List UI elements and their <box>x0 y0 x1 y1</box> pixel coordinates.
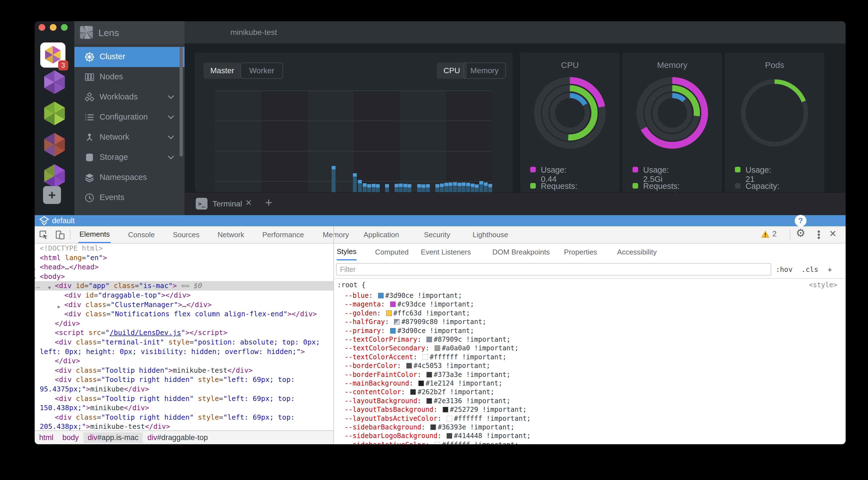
styles-tab-dom-breakpoints[interactable]: DOM Breakpoints <box>492 244 550 261</box>
tab-console[interactable]: Console <box>127 226 156 243</box>
styles-tab-event-listeners[interactable]: Event Listeners <box>421 244 471 261</box>
color-swatch[interactable] <box>427 372 432 377</box>
color-swatch[interactable] <box>443 407 448 412</box>
more-options-icon[interactable] <box>818 230 820 240</box>
settings-gear-icon[interactable]: ⚙ <box>796 227 805 239</box>
css-property-row[interactable]: --sidebarActiveColor: #ffffff !important… <box>344 441 519 444</box>
dom-tree-row[interactable]: <div class="Tooltip right hidden" style=… <box>35 394 333 404</box>
css-property-row[interactable]: --textColorPrimary: #87909c !important; <box>344 336 510 343</box>
device-toolbar-icon[interactable] <box>55 230 65 240</box>
breadcrumb-item[interactable]: div#draggable-top <box>143 432 212 443</box>
styles-tab-computed[interactable]: Computed <box>375 244 408 261</box>
console-warnings[interactable]: 2 <box>761 230 777 238</box>
inspect-element-icon[interactable] <box>39 230 49 240</box>
styles-tab-properties[interactable]: Properties <box>564 244 597 261</box>
style-source-link[interactable]: <style> <box>809 281 837 289</box>
dom-tree-row[interactable]: <div class="Notifications flex column al… <box>35 309 333 319</box>
css-property-row[interactable]: --layoutBackground: #2e3136 !important; <box>344 397 510 405</box>
add-cluster-button[interactable]: + <box>43 186 61 204</box>
dom-tree-row[interactable]: 150.438px;">minikube</div> <box>35 403 333 413</box>
tab-elements[interactable]: Elements <box>78 226 111 243</box>
node-tab-master[interactable]: Master <box>204 63 241 79</box>
css-property-row[interactable]: --sidebarLogoBackground: #414448 !import… <box>344 432 531 440</box>
sidebar-item-configuration[interactable]: Configuration <box>74 107 185 127</box>
sidebar-item-network[interactable]: Network <box>74 127 185 147</box>
node-tab-worker[interactable]: Worker <box>241 63 283 79</box>
tab-security[interactable]: Security <box>423 226 451 243</box>
css-rules[interactable]: :root { <style> --blue: #3d90ce !importa… <box>334 279 846 444</box>
sidebar-item-storage[interactable]: Storage <box>74 147 185 168</box>
sidebar-item-namespaces[interactable]: Namespaces <box>74 168 185 188</box>
css-property-row[interactable]: --golden: #ffc63d !important; <box>344 309 470 317</box>
color-swatch[interactable] <box>390 328 396 334</box>
styles-toggle-hov[interactable]: :hov <box>776 266 793 274</box>
css-property-row[interactable]: --borderFaintColor: #373a3e !important; <box>344 371 510 379</box>
dom-tree-row[interactable]: <div class="Tooltip hidden">minikube-tes… <box>35 366 333 375</box>
css-property-row[interactable]: --magenta: #c93dce !important; <box>344 300 474 308</box>
css-property-row[interactable]: --blue: #3d90ce !important; <box>344 292 462 300</box>
css-property-row[interactable]: --textColorAccent: #ffffff !important; <box>344 353 506 361</box>
close-terminal-tab-icon[interactable]: × <box>246 197 252 209</box>
help-icon[interactable]: ? <box>795 215 806 227</box>
sidebar-item-events[interactable]: Events <box>74 188 185 208</box>
css-property-row[interactable]: --layoutTabsActiveColor: #ffffff !import… <box>344 415 531 422</box>
dom-tree-row[interactable]: 205.438px;">minikube-test</div> <box>35 422 333 430</box>
dom-tree-row[interactable]: <!DOCTYPE html> <box>35 244 333 253</box>
dom-tree-row[interactable]: …▼<div id="app" class="is-mac"> == $0 <box>35 281 333 290</box>
styles-tab-accessibility[interactable]: Accessibility <box>617 244 657 261</box>
color-swatch[interactable] <box>435 442 440 444</box>
css-property-row[interactable]: --borderColor: #4c5053 !important; <box>344 362 490 370</box>
close-window-button[interactable] <box>39 24 45 31</box>
dom-tree-row[interactable]: </div> <box>35 356 333 366</box>
color-swatch[interactable] <box>406 363 412 369</box>
cluster-icon[interactable] <box>42 101 67 128</box>
dom-tree-row[interactable]: left: 0px; height: 0px; visibility: hidd… <box>35 347 333 356</box>
active-cluster-icon[interactable]: 3 <box>40 42 65 68</box>
dom-tree-row[interactable]: ▼<body> <box>35 272 333 281</box>
color-swatch[interactable] <box>435 345 440 351</box>
color-swatch[interactable] <box>378 293 384 298</box>
sidebar-item-cluster[interactable]: Cluster <box>74 47 185 67</box>
dom-tree-row[interactable]: <div class="terminal-init" style="positi… <box>35 338 333 347</box>
dom-tree-row[interactable]: <div id="draggable-top"></div> <box>35 290 333 300</box>
maximize-window-button[interactable] <box>61 24 68 31</box>
dom-tree-row[interactable]: 95.4375px;">minikube</div> <box>35 384 333 394</box>
css-property-row[interactable]: --primary: #3d90ce !important; <box>344 327 474 335</box>
color-swatch[interactable] <box>427 337 432 342</box>
elements-tree[interactable]: <!DOCTYPE html><html lang="en">▶<head>…<… <box>35 244 333 430</box>
tab-lighthouse[interactable]: Lighthouse <box>471 226 509 243</box>
color-swatch[interactable] <box>423 354 428 360</box>
tab-performance[interactable]: Performance <box>261 226 305 243</box>
breadcrumb-item[interactable]: body <box>58 432 83 443</box>
color-swatch[interactable] <box>386 310 392 316</box>
breadcrumb-item[interactable]: html <box>35 432 58 443</box>
tab-network[interactable]: Network <box>216 226 245 243</box>
styles-toggle-[interactable]: + <box>828 266 832 274</box>
metric-tab-memory[interactable]: Memory <box>463 63 506 79</box>
color-swatch[interactable] <box>446 433 452 439</box>
dom-tree-row[interactable]: ▶<head>…</head> <box>35 262 333 272</box>
css-property-row[interactable]: --sidebarBackground: #36393e !important; <box>344 423 515 431</box>
css-property-row[interactable]: --halfGray: #87909c80 !important; <box>344 318 486 326</box>
css-property-row[interactable]: --contentColor: #262b2f !important; <box>344 388 494 396</box>
close-devtools-icon[interactable]: × <box>829 227 836 240</box>
color-swatch[interactable] <box>430 424 436 430</box>
dom-tree-row[interactable]: </div> <box>35 319 333 328</box>
color-swatch[interactable] <box>410 389 416 395</box>
color-swatch[interactable] <box>427 398 432 404</box>
style-filter-input[interactable] <box>336 263 771 275</box>
sidebar-scrollbar[interactable] <box>180 47 183 157</box>
dom-tree-row[interactable]: ▶<div class="ClusterManager">…</div> <box>35 300 333 310</box>
new-terminal-tab-icon[interactable]: + <box>265 196 272 210</box>
breadcrumb-item[interactable]: div#app.is-mac <box>83 432 143 443</box>
css-property-row[interactable]: --layoutTabsBackground: #252729 !importa… <box>344 406 527 413</box>
minimize-window-button[interactable] <box>50 24 57 31</box>
cluster-icon[interactable] <box>42 70 67 97</box>
css-property-row[interactable]: --textColorSecondary: #a0a0a0 !important… <box>344 344 519 352</box>
tab-sources[interactable]: Sources <box>172 226 200 243</box>
color-swatch[interactable] <box>418 381 424 386</box>
dom-tree-row[interactable]: <script src="/build/LensDev.js"></script… <box>35 328 333 338</box>
color-swatch[interactable] <box>446 416 452 421</box>
color-swatch[interactable] <box>394 319 400 325</box>
styles-toggle-cls[interactable]: .cls <box>801 266 818 274</box>
